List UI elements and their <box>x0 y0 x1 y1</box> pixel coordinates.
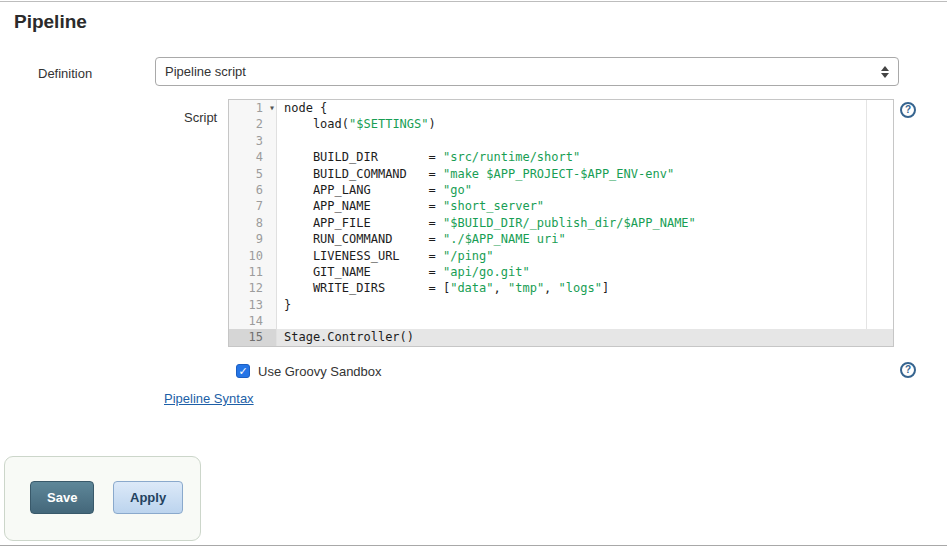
code-line[interactable]: 15Stage.Controller() <box>229 329 893 345</box>
code-text[interactable] <box>277 313 893 329</box>
code-line[interactable]: 13} <box>229 297 893 313</box>
select-arrows-icon <box>881 66 889 78</box>
definition-label: Definition <box>38 66 92 81</box>
line-number: 1▾ <box>229 100 277 116</box>
page-title: Pipeline <box>14 11 87 33</box>
code-line[interactable]: 12 WRITE_DIRS = ["data", "tmp", "logs"] <box>229 280 893 296</box>
code-line[interactable]: 11 GIT_NAME = "api/go.git" <box>229 264 893 280</box>
line-number: 8 <box>229 215 277 231</box>
code-text[interactable]: LIVENESS_URL = "/ping" <box>277 248 893 264</box>
line-number: 5 <box>229 166 277 182</box>
code-text[interactable]: GIT_NAME = "api/go.git" <box>277 264 893 280</box>
code-line[interactable]: 9 RUN_COMMAND = "./$APP_NAME uri" <box>229 231 893 247</box>
apply-button[interactable]: Apply <box>113 481 183 514</box>
line-number: 3 <box>229 133 277 149</box>
groovy-sandbox-checkbox[interactable]: ✓ <box>236 364 250 378</box>
code-text[interactable]: node { <box>277 100 893 116</box>
line-number: 9 <box>229 231 277 247</box>
code-text[interactable]: WRITE_DIRS = ["data", "tmp", "logs"] <box>277 280 893 296</box>
code-text[interactable]: APP_NAME = "short_server" <box>277 198 893 214</box>
code-line[interactable]: 6 APP_LANG = "go" <box>229 182 893 198</box>
line-number: 7 <box>229 198 277 214</box>
line-number: 15 <box>229 329 277 345</box>
code-text[interactable] <box>277 133 893 149</box>
top-divider <box>0 1 947 2</box>
code-line[interactable]: 7 APP_NAME = "short_server" <box>229 198 893 214</box>
code-text[interactable]: } <box>277 297 893 313</box>
code-text[interactable]: APP_FILE = "$BUILD_DIR/_publish_dir/$APP… <box>277 215 893 231</box>
line-number: 14 <box>229 313 277 329</box>
sandbox-help-icon[interactable]: ? <box>900 362 916 378</box>
fold-arrow-icon[interactable]: ▾ <box>269 100 275 116</box>
code-text[interactable]: BUILD_DIR = "src/runtime/short" <box>277 149 893 165</box>
code-line[interactable]: 8 APP_FILE = "$BUILD_DIR/_publish_dir/$A… <box>229 215 893 231</box>
code-text[interactable]: RUN_COMMAND = "./$APP_NAME uri" <box>277 231 893 247</box>
line-number: 2 <box>229 116 277 132</box>
line-number: 6 <box>229 182 277 198</box>
script-editor-lines[interactable]: 1▾node {2 load("$SETTINGS")34 BUILD_DIR … <box>229 100 893 346</box>
code-text[interactable]: BUILD_COMMAND = "make $APP_PROJECT-$APP_… <box>277 166 893 182</box>
code-line[interactable]: 3 <box>229 133 893 149</box>
code-line[interactable]: 2 load("$SETTINGS") <box>229 116 893 132</box>
code-line[interactable]: 1▾node { <box>229 100 893 116</box>
code-text[interactable]: APP_LANG = "go" <box>277 182 893 198</box>
line-number: 11 <box>229 264 277 280</box>
line-number: 10 <box>229 248 277 264</box>
line-number: 13 <box>229 297 277 313</box>
script-help-icon[interactable]: ? <box>900 102 916 118</box>
code-line[interactable]: 4 BUILD_DIR = "src/runtime/short" <box>229 149 893 165</box>
definition-select-value: Pipeline script <box>165 64 246 79</box>
script-editor[interactable]: 1▾node {2 load("$SETTINGS")34 BUILD_DIR … <box>228 99 894 347</box>
code-text[interactable]: Stage.Controller() <box>277 329 893 345</box>
code-line[interactable]: 10 LIVENESS_URL = "/ping" <box>229 248 893 264</box>
code-line[interactable]: 5 BUILD_COMMAND = "make $APP_PROJECT-$AP… <box>229 166 893 182</box>
code-text[interactable]: load("$SETTINGS") <box>277 116 893 132</box>
code-line[interactable]: 14 <box>229 313 893 329</box>
groovy-sandbox-label: Use Groovy Sandbox <box>258 364 382 379</box>
save-button[interactable]: Save <box>30 481 94 514</box>
line-number: 12 <box>229 280 277 296</box>
pipeline-syntax-link[interactable]: Pipeline Syntax <box>164 391 254 406</box>
line-number: 4 <box>229 149 277 165</box>
script-label: Script <box>184 110 217 125</box>
bottom-divider <box>0 545 947 546</box>
definition-select[interactable]: Pipeline script <box>155 57 899 86</box>
save-apply-panel: Save Apply <box>4 456 201 541</box>
